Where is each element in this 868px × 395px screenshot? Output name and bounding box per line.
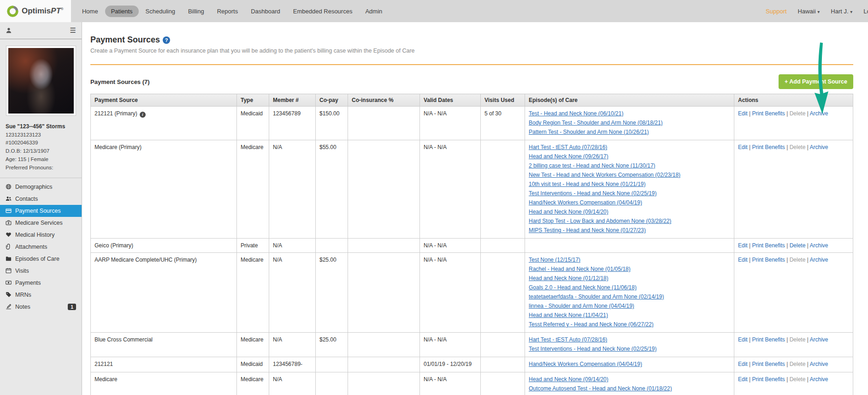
- brand[interactable]: OptimisPT®: [0, 0, 71, 22]
- episode-of-care-link[interactable]: teatetaetaerfdasfa - Shoulder and Arm No…: [529, 293, 664, 300]
- sidebar-item-label: Medicare Services: [15, 220, 63, 226]
- sidebar-item-payments[interactable]: Payments: [0, 277, 82, 289]
- sidebar-item-medical-history[interactable]: Medical History: [0, 229, 82, 241]
- edit-link[interactable]: Edit: [738, 336, 748, 343]
- edit-link[interactable]: Edit: [738, 361, 748, 367]
- patient-account-number: #1002046339: [6, 139, 76, 147]
- cell-type: Medicare: [237, 253, 269, 333]
- cell-member-number: N/A: [269, 140, 316, 239]
- info-icon[interactable]: i: [140, 112, 146, 118]
- section-header-row: Payment Sources (7) + Add Payment Source: [90, 74, 853, 89]
- payment-source-row: 212121 (Primary)iMedicaid123456789$150.0…: [91, 107, 853, 140]
- episode-of-care-link[interactable]: linnea - Shoulder and Arm None (04/04/19…: [529, 303, 634, 309]
- episode-of-care-link[interactable]: Head and Neck None (09/14/20): [529, 209, 608, 215]
- nav-reports[interactable]: Reports: [211, 6, 244, 17]
- sidebar-item-episodes-of-care[interactable]: Episodes of Care: [0, 253, 82, 265]
- episode-of-care-link[interactable]: New Test - Head and Neck Workers Compens…: [529, 172, 680, 178]
- print-benefits-link[interactable]: Print Benefits: [752, 376, 785, 383]
- sidebar-item-mrns[interactable]: MRNs: [0, 289, 82, 301]
- episode-of-care-link[interactable]: Goals 2.0 - Head and Neck None (11/06/18…: [529, 284, 637, 291]
- edit-link[interactable]: Edit: [738, 376, 748, 383]
- episode-of-care-link[interactable]: Head and Neck None (09/26/17): [529, 153, 608, 160]
- cell-valid-dates: N/A - N/A: [420, 107, 481, 140]
- cell-coinsurance: [348, 140, 420, 239]
- cell-payment-source: Geico (Primary): [91, 239, 237, 253]
- episode-of-care-link[interactable]: Test Interventions - Head and Neck None …: [529, 190, 657, 197]
- episode-of-care-link[interactable]: Hart Test - tEST Auto (07/28/16): [529, 144, 607, 150]
- user-menu[interactable]: Hart J. ▾: [831, 8, 852, 15]
- page-layout: ☰ Sue "123--456" Storms 123123123123 #10…: [0, 22, 868, 395]
- archive-link[interactable]: Archive: [809, 242, 828, 249]
- help-icon[interactable]: ?: [163, 36, 170, 44]
- episode-of-care-link[interactable]: Tesst Referred y - Head and Neck None (0…: [529, 321, 654, 328]
- nav-patients[interactable]: Patients: [105, 6, 139, 17]
- episode-of-care-link[interactable]: Head and Neck None (11/04/21): [529, 312, 608, 318]
- episode-of-care-link[interactable]: Pattern Test - Shoulder and Arm None (10…: [529, 129, 649, 135]
- archive-link[interactable]: Archive: [809, 361, 828, 367]
- episode-of-care-link[interactable]: Rachel - Head and Neck None (01/05/18): [529, 266, 631, 272]
- print-benefits-link[interactable]: Print Benefits: [752, 361, 785, 367]
- sidebar-item-visits[interactable]: Visits: [0, 265, 82, 277]
- archive-link[interactable]: Archive: [809, 144, 828, 150]
- episode-of-care-link[interactable]: Outcome Autosend Test - Head and Neck No…: [529, 385, 672, 392]
- cell-member-number: N/A: [269, 253, 316, 333]
- nav-home[interactable]: Home: [76, 6, 104, 17]
- logout-link[interactable]: Logout: [863, 8, 868, 15]
- episode-of-care-link[interactable]: Hart Test - tEST Auto (07/28/16): [529, 336, 607, 343]
- notes-count-badge: 1: [68, 304, 76, 310]
- episode-of-care-link[interactable]: Head and Neck None (09/14/20): [529, 376, 608, 383]
- cell-payment-source: Medicare (Primary): [91, 140, 237, 239]
- add-payment-source-button[interactable]: + Add Payment Source: [779, 74, 853, 89]
- payment-source-name: 212121 (Primary): [94, 110, 137, 117]
- print-benefits-link[interactable]: Print Benefits: [752, 257, 785, 263]
- episode-of-care-link[interactable]: Hard Stop Test - Low Back and Abdomen No…: [529, 218, 671, 224]
- sidebar-item-payment-sources[interactable]: Payment Sources: [0, 205, 82, 217]
- nav-admin[interactable]: Admin: [359, 6, 388, 17]
- nav-embedded-resources[interactable]: Embedded Resources: [287, 6, 359, 17]
- cell-valid-dates: N/A - N/A: [420, 253, 481, 333]
- episode-of-care-link[interactable]: Head and Neck None (01/12/18): [529, 275, 608, 281]
- episode-of-care-link[interactable]: Hand/Neck Workers Compensation (04/04/19…: [529, 199, 642, 206]
- archive-link[interactable]: Archive: [809, 110, 828, 117]
- sidebar-item-medicare-services[interactable]: Medicare Services: [0, 217, 82, 229]
- region-select[interactable]: Hawaii ▾: [798, 8, 820, 15]
- delete-link: Delete: [790, 144, 806, 150]
- patient-sidebar: ☰ Sue "123--456" Storms 123123123123 #10…: [0, 22, 82, 395]
- sidebar-item-demographics[interactable]: Demographics: [0, 181, 82, 193]
- edit-link[interactable]: Edit: [738, 144, 748, 150]
- support-link[interactable]: Support: [766, 8, 787, 15]
- sidebar-item-contacts[interactable]: Contacts: [0, 193, 82, 205]
- episode-of-care-link[interactable]: 2 billing case test - Head and Neck None…: [529, 162, 655, 169]
- nav-scheduling[interactable]: Scheduling: [140, 6, 181, 17]
- user-label: Hart J.: [831, 8, 848, 15]
- delete-link[interactable]: Delete: [790, 242, 806, 249]
- episode-of-care-link[interactable]: Body Region Test - Shoulder and Arm None…: [529, 120, 663, 126]
- episode-of-care-link[interactable]: Hand/Neck Workers Compensation (04/04/19…: [529, 361, 642, 367]
- print-benefits-link[interactable]: Print Benefits: [752, 242, 785, 249]
- edit-link[interactable]: Edit: [738, 242, 748, 249]
- episode-of-care-link[interactable]: Test None (12/15/17): [529, 257, 580, 263]
- print-benefits-link[interactable]: Print Benefits: [752, 144, 785, 150]
- print-benefits-link[interactable]: Print Benefits: [752, 110, 785, 117]
- nav-dashboard[interactable]: Dashboard: [245, 6, 286, 17]
- sidebar-item-notes[interactable]: Notes1: [0, 301, 82, 313]
- table-header-row: Payment SourceTypeMember #Co-payCo-insur…: [91, 94, 853, 107]
- episode-of-care-link[interactable]: 10th visit test - Head and Neck None (01…: [529, 181, 645, 187]
- payment-source-row: 212121Medicaid123456789-01/01/19 - 12/20…: [91, 357, 853, 372]
- hamburger-menu-icon[interactable]: ☰: [70, 26, 76, 35]
- delete-link: Delete: [790, 110, 806, 117]
- payment-source-name: Blue Cross Commercial: [94, 336, 153, 343]
- episode-of-care-link[interactable]: MIPS Testing - Head and Neck None (01/27…: [529, 227, 646, 233]
- edit-link[interactable]: Edit: [738, 110, 748, 117]
- edit-link[interactable]: Edit: [738, 257, 748, 263]
- archive-link[interactable]: Archive: [809, 257, 828, 263]
- payment-source-name: 212121: [94, 361, 113, 367]
- archive-link[interactable]: Archive: [809, 336, 828, 343]
- sidebar-item-attachments[interactable]: Attachments: [0, 241, 82, 253]
- orange-divider: [90, 64, 853, 65]
- nav-billing[interactable]: Billing: [182, 6, 210, 17]
- episode-of-care-link[interactable]: Test - Head and Neck None (06/10/21): [529, 110, 623, 117]
- print-benefits-link[interactable]: Print Benefits: [752, 336, 785, 343]
- episode-of-care-link[interactable]: Test Interventions - Head and Neck None …: [529, 346, 657, 352]
- archive-link[interactable]: Archive: [809, 376, 828, 383]
